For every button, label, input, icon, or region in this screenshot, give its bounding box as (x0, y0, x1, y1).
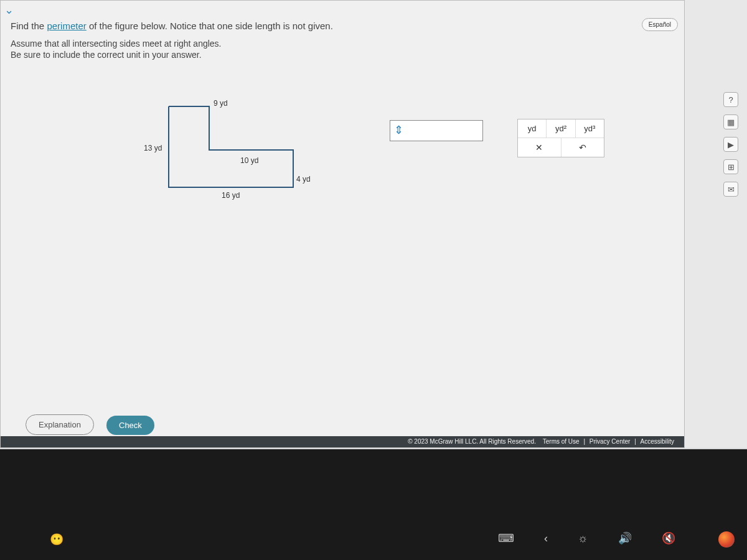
undo-button[interactable]: ↶ (561, 138, 604, 157)
question-text-line1: Find the perimeter of the figure below. … (11, 21, 333, 31)
unit-yd[interactable]: yd (518, 119, 547, 138)
right-sidebar: ? ▦ ▶ ⊞ ✉ (685, 0, 747, 448)
language-button[interactable]: Español (642, 18, 678, 31)
mute-icon[interactable]: 🔇 (662, 531, 675, 545)
mail-icon[interactable]: ✉ (723, 182, 738, 197)
label-13yd: 13 yd (144, 144, 162, 152)
unit-yd3[interactable]: yd³ (576, 119, 604, 138)
q-text-post: of the figure below. Notice that one sid… (87, 21, 333, 31)
grid-icon[interactable]: ⊞ (723, 159, 738, 174)
perimeter-link[interactable]: perimeter (47, 21, 86, 31)
clear-button[interactable]: ✕ (518, 138, 561, 157)
help-icon[interactable]: ? (723, 92, 738, 107)
unit-yd2[interactable]: yd² (547, 119, 575, 138)
volume-icon[interactable]: 🔊 (618, 531, 632, 545)
taskbar-icons: ⌨ ‹ ☼ 🔊 🔇 (498, 531, 675, 545)
collapse-icon[interactable]: ⌄ (4, 3, 14, 17)
footer-text: © 2023 McGraw Hill LLC. All Rights Reser… (405, 438, 677, 445)
check-button[interactable]: Check (106, 416, 154, 435)
label-4yd: 4 yd (296, 175, 311, 184)
taskbar-emoji-icon[interactable]: 😶 (50, 533, 63, 546)
brightness-icon[interactable]: ☼ (578, 532, 588, 545)
footer-privacy[interactable]: Privacy Center (590, 438, 631, 445)
keyboard-icon[interactable]: ⌨ (498, 531, 514, 545)
calculator-icon[interactable]: ▦ (723, 114, 738, 129)
back-icon[interactable]: ‹ (544, 532, 548, 545)
question-panel: ⌄ Find the perimeter of the figure below… (0, 0, 685, 448)
footer-copyright: © 2023 McGraw Hill LLC. All Rights Reser… (408, 438, 536, 445)
question-text-line2: Assume that all intersecting sides meet … (11, 38, 222, 60)
footer-terms[interactable]: Terms of Use (543, 438, 580, 445)
taskbar-orb-icon[interactable] (718, 531, 735, 548)
answer-input[interactable] (390, 120, 483, 141)
label-10yd: 10 yd (240, 156, 258, 165)
figure-diagram: 9 yd 13 yd 10 yd 4 yd 16 yd (162, 100, 312, 206)
q-text-pre: Find the (11, 21, 47, 31)
footer-accessibility[interactable]: Accessibility (641, 438, 674, 445)
play-icon[interactable]: ▶ (723, 137, 738, 152)
answer-cursor-icon: ⇕ (394, 123, 403, 137)
label-9yd: 9 yd (214, 99, 228, 108)
label-16yd: 16 yd (222, 191, 240, 200)
unit-panel: yd yd² yd³ ✕ ↶ (517, 119, 604, 157)
explanation-button[interactable]: Explanation (26, 414, 94, 435)
